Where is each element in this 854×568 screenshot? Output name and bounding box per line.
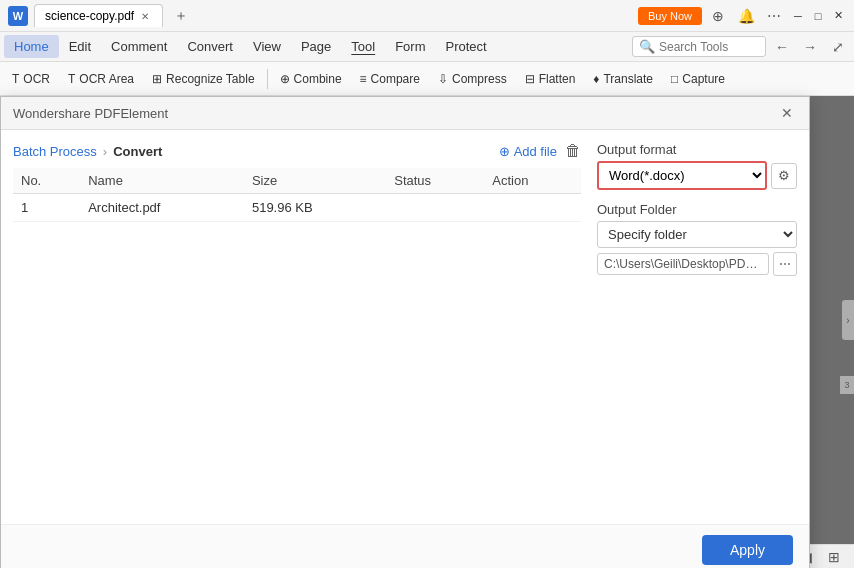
cell-name: Architect.pdf <box>80 194 244 222</box>
output-format-section: Output format Word(*.docx)Excel(*.xlsx)P… <box>597 142 797 190</box>
toolbar-compress[interactable]: ⇩ Compress <box>430 69 515 89</box>
output-folder-section: Output Folder Specify folderSame as sour… <box>597 202 797 276</box>
col-name: Name <box>80 168 244 194</box>
format-row: Word(*.docx)Excel(*.xlsx)PowerPoint(*.pp… <box>597 161 797 190</box>
col-status: Status <box>386 168 484 194</box>
title-bar-controls: Buy Now ⊕ 🔔 ⋯ ─ □ ✕ <box>638 4 846 28</box>
menu-home[interactable]: Home <box>4 35 59 58</box>
file-list-header-bar: Batch Process › Convert ⊕ Add file 🗑 <box>13 142 581 160</box>
folder-select[interactable]: Specify folderSame as sourceDesktop <box>597 221 797 248</box>
file-table-header: No. Name Size Status Action <box>13 168 581 194</box>
folder-browse-button[interactable]: ⋯ <box>773 252 797 276</box>
dialog-header: Wondershare PDFElement ✕ <box>1 97 809 130</box>
translate-icon: ♦ <box>593 72 599 86</box>
table-row: 1 Architect.pdf 519.96 KB <box>13 194 581 222</box>
nav-forward-icon[interactable]: → <box>798 35 822 59</box>
apply-button[interactable]: Apply <box>702 535 793 565</box>
output-format-label: Output format <box>597 142 797 157</box>
dialog-body: Batch Process › Convert ⊕ Add file 🗑 <box>1 130 809 406</box>
tab-label: science-copy.pdf <box>45 9 134 23</box>
toolbar-combine[interactable]: ⊕ Combine <box>272 69 350 89</box>
capture-icon: □ <box>671 72 678 86</box>
app-icon: W <box>8 6 28 26</box>
toolbar-recognize-table[interactable]: ⊞ Recognize Table <box>144 69 263 89</box>
format-settings-button[interactable]: ⚙ <box>771 163 797 189</box>
menu-form[interactable]: Form <box>385 35 435 58</box>
breadcrumb-parent: Batch Process <box>13 144 97 159</box>
ocr-icon: T <box>12 72 19 86</box>
file-actions: ⊕ Add file 🗑 <box>499 142 581 160</box>
file-tab[interactable]: science-copy.pdf ✕ <box>34 4 163 27</box>
dialog-title-area: Wondershare PDFElement <box>13 106 168 121</box>
menu-protect[interactable]: Protect <box>436 35 497 58</box>
toolbar-ocr-area[interactable]: T OCR Area <box>60 69 142 89</box>
nav-controls: ← → ⤢ <box>770 35 850 59</box>
toolbar-capture[interactable]: □ Capture <box>663 69 733 89</box>
buy-now-button[interactable]: Buy Now <box>638 7 702 25</box>
flatten-icon: ⊟ <box>525 72 535 86</box>
output-folder-label: Output Folder <box>597 202 797 217</box>
toolbar-ocr[interactable]: T OCR <box>4 69 58 89</box>
toolbar-translate[interactable]: ♦ Translate <box>585 69 661 89</box>
menu-view[interactable]: View <box>243 35 291 58</box>
cell-no: 1 <box>13 194 80 222</box>
dialog-close-button[interactable]: ✕ <box>777 103 797 123</box>
external-link-icon[interactable]: ⤢ <box>826 35 850 59</box>
dialog-footer: Apply <box>1 524 809 568</box>
breadcrumb-sep: › <box>103 144 107 159</box>
toolbar-compare[interactable]: ≡ Compare <box>352 69 428 89</box>
menu-bar: Home Edit Comment Convert View Page Tool… <box>0 32 854 62</box>
add-file-button[interactable]: ⊕ Add file <box>499 144 557 159</box>
combine-icon: ⊕ <box>280 72 290 86</box>
file-list-section: Batch Process › Convert ⊕ Add file 🗑 <box>13 142 581 394</box>
nav-back-icon[interactable]: ← <box>770 35 794 59</box>
search-box[interactable]: 🔍 <box>632 36 766 57</box>
folder-path-row: C:\Users\Geili\Desktop\PDFElement\Co ⋯ <box>597 252 797 276</box>
recognize-table-icon: ⊞ <box>152 72 162 86</box>
add-file-icon: ⊕ <box>499 144 510 159</box>
more-options-icon[interactable]: ⋯ <box>762 4 786 28</box>
col-action: Action <box>484 168 581 194</box>
file-table-body: 1 Architect.pdf 519.96 KB <box>13 194 581 222</box>
breadcrumb-current: Convert <box>113 144 162 159</box>
col-no: No. <box>13 168 80 194</box>
toolbar-flatten[interactable]: ⊟ Flatten <box>517 69 584 89</box>
title-bar: W science-copy.pdf ✕ ＋ Buy Now ⊕ 🔔 ⋯ ─ □… <box>0 0 854 32</box>
menu-tool[interactable]: Tool <box>341 35 385 58</box>
dialog-overlay: Wondershare PDFElement ✕ Batch Process ›… <box>0 96 854 544</box>
dialog: Wondershare PDFElement ✕ Batch Process ›… <box>0 96 810 568</box>
breadcrumb: Batch Process › Convert <box>13 144 162 159</box>
search-input[interactable] <box>659 40 759 54</box>
right-panel: Output format Word(*.docx)Excel(*.xlsx)P… <box>597 142 797 394</box>
format-select[interactable]: Word(*.docx)Excel(*.xlsx)PowerPoint(*.pp… <box>597 161 767 190</box>
delete-file-icon[interactable]: 🗑 <box>565 142 581 160</box>
col-size: Size <box>244 168 386 194</box>
main-area: ⊞ 💬 🔖 ⊡ 🔍 › 3 Wondershare PDFElement ✕ <box>0 96 854 544</box>
minimize-button[interactable]: ─ <box>790 8 806 24</box>
cell-size: 519.96 KB <box>244 194 386 222</box>
toolbar: T OCR T OCR Area ⊞ Recognize Table ⊕ Com… <box>0 62 854 96</box>
menu-convert[interactable]: Convert <box>177 35 243 58</box>
notification-icon[interactable]: 🔔 <box>734 4 758 28</box>
compress-icon: ⇩ <box>438 72 448 86</box>
close-button[interactable]: ✕ <box>830 8 846 24</box>
file-table: No. Name Size Status Action 1 Architect.… <box>13 168 581 222</box>
compare-icon: ≡ <box>360 72 367 86</box>
ocr-area-icon: T <box>68 72 75 86</box>
maximize-button[interactable]: □ <box>810 8 826 24</box>
folder-path: C:\Users\Geili\Desktop\PDFElement\Co <box>597 253 769 275</box>
cell-status <box>386 194 484 222</box>
menu-edit[interactable]: Edit <box>59 35 101 58</box>
tab-close-icon[interactable]: ✕ <box>138 10 152 23</box>
title-bar-left: W science-copy.pdf ✕ ＋ <box>8 4 638 28</box>
page-expand-icon[interactable]: ⊞ <box>822 545 846 569</box>
menu-comment[interactable]: Comment <box>101 35 177 58</box>
search-icon: 🔍 <box>639 39 655 54</box>
menu-page[interactable]: Page <box>291 35 341 58</box>
new-tab-icon[interactable]: ＋ <box>169 4 193 28</box>
cell-action <box>484 194 581 222</box>
toolbar-sep-1 <box>267 69 268 89</box>
share-icon[interactable]: ⊕ <box>706 4 730 28</box>
dialog-spacer <box>1 406 809 524</box>
dialog-app-label: Wondershare PDFElement <box>13 106 168 121</box>
